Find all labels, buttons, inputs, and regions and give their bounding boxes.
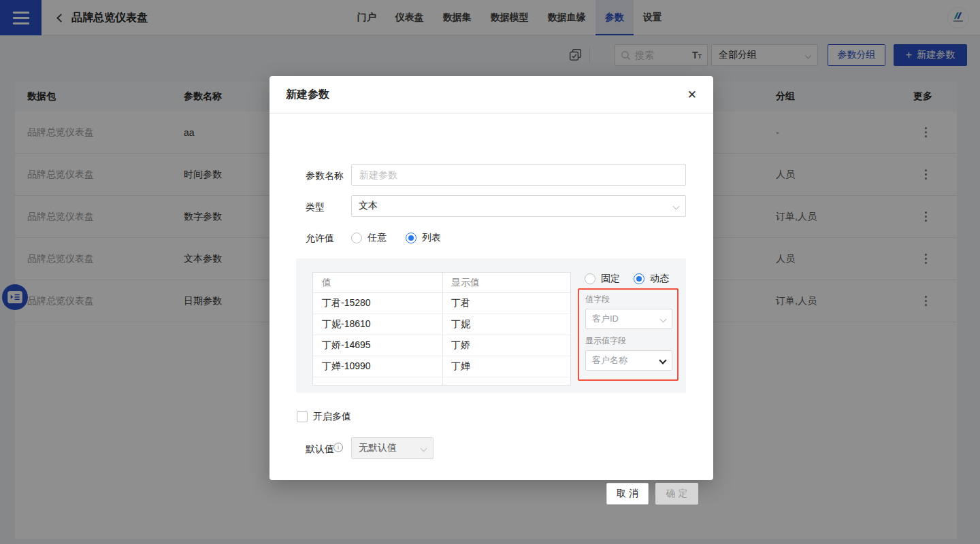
close-icon[interactable]: ✕ xyxy=(687,89,697,101)
multi-value-option[interactable]: 开启多值 xyxy=(297,411,351,423)
allow-values-options: 任意 列表 xyxy=(351,232,441,244)
allow-values-label: 允许值 xyxy=(306,233,334,245)
radio-list[interactable]: 列表 xyxy=(406,232,441,244)
radio-any[interactable]: 任意 xyxy=(351,232,387,244)
chevron-down-icon xyxy=(421,445,427,452)
value-row: 丁妮-18610 丁妮 xyxy=(313,314,570,335)
new-param-modal: 新建参数 ✕ 参数名称 类型 文本 允许值 任意 列表 xyxy=(270,76,713,480)
radio-icon-checked xyxy=(634,273,644,284)
mode-options: 固定 动态 xyxy=(585,273,669,285)
default-value-label: 默认值 xyxy=(306,443,334,456)
radio-dynamic[interactable]: 动态 xyxy=(634,273,669,285)
value-row: 丁婵-10990 丁婵 xyxy=(313,356,570,377)
info-icon[interactable]: i xyxy=(333,443,343,452)
radio-fixed[interactable]: 固定 xyxy=(585,273,620,285)
values-table-header: 值 显示值 xyxy=(313,273,570,293)
modal-header: 新建参数 ✕ xyxy=(270,76,713,114)
value-row-partial xyxy=(313,377,570,386)
radio-icon-checked xyxy=(406,233,416,243)
display-field-label: 显示值字段 xyxy=(585,335,671,347)
value-col-header: 值 xyxy=(313,273,442,292)
radio-icon xyxy=(351,233,362,243)
modal-footer: 取 消 确 定 xyxy=(606,483,698,505)
modal-title: 新建参数 xyxy=(286,88,329,102)
chevron-down-icon xyxy=(673,203,680,209)
field-mapping-highlight-box: 值字段 客户ID 显示值字段 客户名称 xyxy=(578,288,679,381)
value-row: 丁娇-14695 丁娇 xyxy=(313,335,570,356)
param-name-input[interactable] xyxy=(351,164,686,186)
value-field-label: 值字段 xyxy=(585,294,671,305)
type-select[interactable]: 文本 xyxy=(351,195,686,217)
param-name-label: 参数名称 xyxy=(306,170,344,182)
values-table: 值 显示值 丁君-15280 丁君 丁妮-18610 丁妮 丁娇-14695 丁… xyxy=(312,272,571,386)
default-value-select[interactable]: 无默认值 xyxy=(351,437,434,459)
display-col-header: 显示值 xyxy=(442,273,570,292)
value-field-select[interactable]: 客户ID xyxy=(585,309,672,329)
value-row: 丁君-15280 丁君 xyxy=(313,293,570,314)
type-label: 类型 xyxy=(306,201,325,214)
confirm-button[interactable]: 确 定 xyxy=(655,483,698,505)
checkbox-icon xyxy=(297,411,308,422)
display-field-select[interactable]: 客户名称 xyxy=(585,350,672,371)
type-value: 文本 xyxy=(359,200,378,212)
app-root: 品牌总览仪表盘 门户 仪表盘 数据集 数据模型 数据血缘 参数 设置 xyxy=(0,0,980,544)
cancel-button[interactable]: 取 消 xyxy=(606,483,649,505)
list-values-panel: 值 显示值 丁君-15280 丁君 丁妮-18610 丁妮 丁娇-14695 丁… xyxy=(296,258,686,393)
chevron-down-icon xyxy=(660,316,667,322)
radio-icon xyxy=(585,273,595,284)
modal-body: 参数名称 类型 文本 允许值 任意 列表 xyxy=(270,114,713,480)
chevron-down-icon xyxy=(659,356,666,364)
